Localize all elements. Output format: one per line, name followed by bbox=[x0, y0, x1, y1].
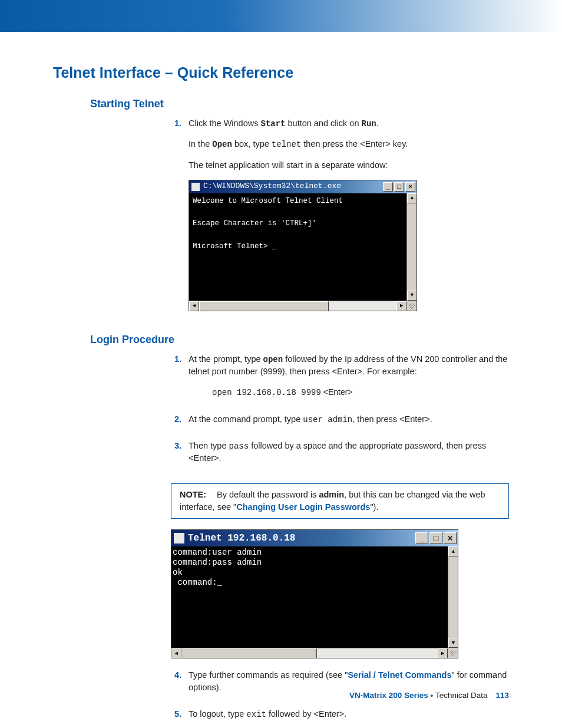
login-step-5-text: To logout, type exit followed by <Enter>… bbox=[189, 708, 509, 720]
console2-body[interactable]: command:user admin command:pass admin ok… bbox=[171, 546, 448, 648]
scroll-left-icon[interactable]: ◄ bbox=[189, 301, 199, 311]
app-icon bbox=[191, 183, 200, 191]
section-heading-login-procedure: Login Procedure bbox=[90, 334, 509, 346]
link-changing-passwords[interactable]: Changing User Login Passwords bbox=[236, 502, 370, 512]
step-number: 3. bbox=[171, 440, 181, 473]
login-step-2: 2. At the command prompt, type user admi… bbox=[171, 413, 509, 434]
login-step-1: 1. At the prompt, type open followed by … bbox=[171, 353, 509, 407]
login-step-3-text: Then type pass followed by a space and t… bbox=[189, 440, 509, 465]
step-1-para3: The telnet application will start in a s… bbox=[189, 159, 509, 172]
login-step-1-code: open 192.168.0.18 9999 <Enter> bbox=[212, 386, 509, 398]
resize-grip-icon[interactable] bbox=[406, 301, 416, 311]
vertical-scrollbar[interactable]: ▲ ▼ bbox=[406, 193, 416, 301]
scroll-thumb[interactable] bbox=[181, 648, 317, 658]
footer-product: VN-Matrix 200 Series bbox=[349, 691, 428, 700]
step-number: 4. bbox=[171, 669, 181, 702]
horizontal-scrollbar[interactable]: ◄ ► bbox=[189, 301, 406, 311]
scroll-down-icon[interactable]: ▼ bbox=[407, 291, 417, 301]
footer-section: Technical Data bbox=[435, 691, 488, 700]
step-number: 2. bbox=[171, 413, 181, 434]
page-title: Telnet Interface – Quick Reference bbox=[53, 64, 509, 81]
login-step-3: 3. Then type pass followed by a space an… bbox=[171, 440, 509, 473]
step-number: 1. bbox=[171, 353, 181, 407]
horizontal-scrollbar[interactable]: ◄ ► bbox=[171, 648, 448, 658]
app-icon bbox=[174, 533, 184, 543]
login-step-2-text: At the command prompt, type user admin, … bbox=[189, 413, 509, 426]
console1-title: C:\WINDOWS\System32\telnet.exe bbox=[203, 181, 383, 192]
minimize-button[interactable]: _ bbox=[383, 182, 393, 192]
login-step-4-text: Type further commands as required (see "… bbox=[189, 669, 509, 694]
step-1: 1. Click the Windows Start button and cl… bbox=[171, 117, 509, 322]
vertical-scrollbar[interactable]: ▲ ▼ bbox=[448, 546, 458, 648]
login-step-1-text: At the prompt, type open followed by the… bbox=[189, 353, 509, 378]
telnet-console-2: Telnet 192.168.0.18 _ □ × command:user a… bbox=[171, 529, 458, 658]
step-number: 5. bbox=[171, 708, 181, 728]
scroll-down-icon[interactable]: ▼ bbox=[448, 638, 458, 648]
step-number: 1. bbox=[171, 117, 181, 322]
step-1-para2: In the Open box, type telnet then press … bbox=[189, 138, 509, 150]
resize-grip-icon[interactable] bbox=[448, 648, 458, 658]
scroll-track[interactable] bbox=[317, 648, 438, 658]
minimize-button[interactable]: _ bbox=[415, 532, 428, 544]
scroll-up-icon[interactable]: ▲ bbox=[407, 193, 417, 203]
scroll-track[interactable] bbox=[329, 301, 396, 311]
scroll-right-icon[interactable]: ► bbox=[438, 648, 448, 658]
console1-body[interactable]: Welcome to Microsoft Telnet Client Escap… bbox=[189, 193, 406, 301]
scroll-thumb[interactable] bbox=[199, 301, 329, 311]
maximize-button[interactable]: □ bbox=[429, 532, 442, 544]
console2-titlebar[interactable]: Telnet 192.168.0.18 _ □ × bbox=[171, 530, 458, 546]
maximize-button[interactable]: □ bbox=[394, 182, 404, 192]
close-button[interactable]: × bbox=[444, 532, 457, 544]
step-1-text: Click the Windows Start button and click… bbox=[189, 117, 509, 130]
note-label: NOTE: bbox=[180, 490, 206, 499]
note-box: NOTE:By default the password is admin, b… bbox=[171, 483, 509, 519]
scroll-left-icon[interactable]: ◄ bbox=[171, 648, 181, 658]
console2-title: Telnet 192.168.0.18 bbox=[188, 533, 415, 543]
page-footer: VN-Matrix 200 Series • Technical Data113 bbox=[349, 691, 509, 700]
scroll-up-icon[interactable]: ▲ bbox=[448, 546, 458, 556]
page-number: 113 bbox=[495, 691, 509, 700]
section-heading-starting-telnet: Starting Telnet bbox=[90, 98, 509, 110]
link-serial-telnet-commands[interactable]: Serial / Telnet Commands bbox=[348, 670, 451, 680]
page-top-bar bbox=[0, 0, 562, 32]
telnet-console-1: C:\WINDOWS\System32\telnet.exe _ □ × Wel… bbox=[189, 180, 417, 311]
close-button[interactable]: × bbox=[405, 182, 415, 192]
login-step-5: 5. To logout, type exit followed by <Ent… bbox=[171, 708, 509, 728]
console1-titlebar[interactable]: C:\WINDOWS\System32\telnet.exe _ □ × bbox=[189, 180, 416, 193]
scroll-right-icon[interactable]: ► bbox=[396, 301, 406, 311]
